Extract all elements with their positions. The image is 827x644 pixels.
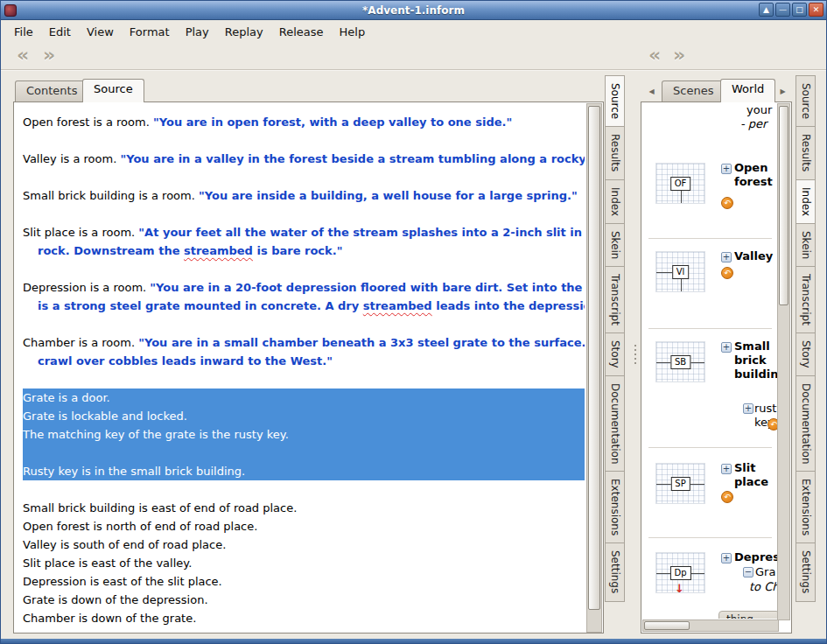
room-map-tile: Vl	[655, 251, 705, 292]
source-text: Grate is down of the depression.	[23, 593, 208, 606]
menu-format[interactable]: Format	[122, 22, 178, 42]
vtab-right-settings[interactable]: Settings	[795, 543, 816, 601]
source-line-selected: Rusty key is in the small brick building…	[23, 462, 585, 480]
expand-plus-icon[interactable]: +	[743, 403, 753, 414]
vtab-right-extensions[interactable]: Extensions	[795, 472, 816, 543]
vtab-right-results[interactable]: Results	[795, 127, 816, 179]
source-text: Chamber is down of the grate.	[23, 612, 196, 625]
pane-splitter[interactable]	[632, 76, 639, 633]
vtab-right-skein[interactable]: Skein	[795, 224, 816, 267]
source-text: Open forest is a room.	[23, 116, 153, 129]
room-name: Valley	[734, 249, 776, 263]
source-line: Open forest is a room. "You are in open …	[23, 113, 585, 131]
quoted-string: crawl over cobbles leads inward to the W…	[38, 354, 333, 368]
tab-contents[interactable]: Contents	[15, 80, 88, 102]
source-line	[23, 315, 585, 333]
forward-icon-right-pane[interactable]: »	[668, 45, 690, 67]
vtab-left-transcript[interactable]: Transcript	[605, 267, 625, 333]
world-horizontal-scrollbar[interactable]	[642, 620, 779, 632]
vtab-left-extensions[interactable]: Extensions	[605, 472, 625, 543]
expand-plus-icon[interactable]: +	[721, 553, 732, 564]
menu-replay[interactable]: Replay	[217, 22, 271, 42]
maximize-button[interactable]: □	[792, 3, 807, 17]
vtab-right-source[interactable]: Source	[795, 75, 816, 127]
source-scrollbar-thumb[interactable]	[588, 106, 600, 610]
room-name: Open forest	[734, 161, 776, 189]
vtab-left-results[interactable]: Results	[605, 127, 625, 179]
source-line: Valley is south of end of road place.	[23, 536, 585, 554]
expand-plus-icon[interactable]: +	[721, 464, 732, 474]
source-line	[23, 205, 585, 223]
vtab-left-settings[interactable]: Settings	[605, 543, 625, 601]
expand-plus-icon[interactable]: +	[721, 342, 732, 353]
room-name: Depression	[734, 550, 776, 564]
tab-scroll-right-icon[interactable]: ▶	[776, 83, 789, 100]
goto-source-icon[interactable]: ↶	[721, 491, 733, 503]
menu-help[interactable]: Help	[332, 22, 374, 42]
goto-source-icon[interactable]: ↶	[767, 418, 777, 430]
menu-file[interactable]: File	[6, 22, 41, 42]
close-button[interactable]: ✕	[809, 3, 823, 17]
source-line	[23, 480, 585, 499]
source-text: Slit place is east of the valley.	[23, 556, 192, 570]
vtab-right-documentation[interactable]: Documentation	[795, 376, 816, 472]
quoted-string: "You are in open forest, with a deep val…	[153, 116, 512, 129]
menu-bar: FileEditViewFormatPlayReplayReleaseHelp	[1, 21, 826, 43]
map-exit-arrow-icon: ↓	[675, 582, 684, 595]
source-line: Valley is a room. "You are in a valley i…	[23, 150, 585, 168]
source-vertical-scrollbar[interactable]	[586, 103, 602, 633]
world-scrollbar-thumb[interactable]	[779, 106, 788, 305]
vtab-left-index[interactable]: Index	[605, 180, 625, 224]
source-text: Valley is a room.	[23, 152, 120, 165]
tab-scenes[interactable]: Scenes	[662, 80, 725, 102]
menu-release[interactable]: Release	[271, 22, 332, 42]
goto-source-icon[interactable]: ↶	[721, 197, 733, 209]
world-hscrollbar-thumb[interactable]	[644, 621, 690, 630]
vtab-left-documentation[interactable]: Documentation	[605, 376, 625, 472]
tab-world[interactable]: World	[720, 79, 775, 102]
vertical-tabs-right: SourceResultsIndexSkeinTranscriptStoryDo…	[795, 75, 816, 602]
back-icon-right-pane[interactable]: «	[643, 45, 666, 67]
back-icon[interactable]: «	[11, 45, 34, 67]
tab-scroll-left-icon[interactable]: ◀	[645, 83, 658, 100]
vtab-left-skein[interactable]: Skein	[605, 224, 625, 267]
source-line: Slit place is a room. "At your feet all …	[23, 223, 585, 242]
forward-icon[interactable]: »	[38, 45, 60, 67]
menu-view[interactable]: View	[79, 22, 122, 42]
expand-plus-icon[interactable]: +	[721, 164, 732, 174]
source-text: The matching key of the grate is the rus…	[23, 428, 289, 441]
room-map-tile: SP	[655, 463, 705, 504]
source-line: Chamber is a room. "You are in a small c…	[23, 333, 585, 352]
source-text: Depression is east of the slit place.	[23, 575, 222, 588]
kind-footer-badge[interactable]: thing	[718, 611, 777, 619]
quoted-string: "You are in a small chamber beneath a 3x…	[138, 336, 585, 349]
quoted-string: is a strong steel grate mounted in concr…	[38, 299, 363, 312]
source-editor[interactable]: Open forest is a room. "You are in open …	[16, 104, 585, 631]
expand-plus-icon[interactable]: +	[721, 252, 732, 262]
vtab-left-source[interactable]: Source	[605, 75, 625, 127]
source-line: Depression is east of the slit place.	[23, 572, 585, 591]
shade-button[interactable]: ▲	[759, 3, 774, 17]
source-text: Rusty key is in the small brick building…	[23, 465, 245, 478]
room-map-tile: SB	[655, 341, 705, 382]
tab-source[interactable]: Source	[82, 79, 144, 102]
room-abbreviation: SP	[670, 477, 690, 491]
room-name: Small brick building	[734, 340, 776, 382]
vtab-left-story[interactable]: Story	[605, 333, 625, 376]
vtab-right-transcript[interactable]: Transcript	[795, 267, 816, 333]
vtab-right-index[interactable]: Index	[795, 180, 816, 224]
menu-edit[interactable]: Edit	[41, 22, 79, 42]
collapse-minus-icon[interactable]: −	[743, 567, 753, 578]
minimize-button[interactable]: —	[775, 3, 790, 17]
goto-source-icon[interactable]: ↶	[721, 267, 733, 279]
quoted-string: "At your feet all the water of the strea…	[138, 226, 585, 239]
vtab-right-story[interactable]: Story	[795, 333, 816, 376]
quoted-string: "You are in a valley in the forest besid…	[120, 152, 585, 165]
world-vertical-scrollbar[interactable]	[777, 103, 790, 620]
quoted-string-misspelled: streambed	[363, 299, 432, 312]
vertical-tabs-left: SourceResultsIndexSkeinTranscriptStoryDo…	[605, 75, 625, 602]
world-index-content: your- perOF+Open forest↶Vl+Valley↶SB+Sma…	[641, 102, 777, 619]
contained-item-name: Gra	[755, 565, 777, 579]
menu-play[interactable]: Play	[178, 22, 217, 42]
quoted-string: rock. Downstream the	[38, 244, 184, 257]
